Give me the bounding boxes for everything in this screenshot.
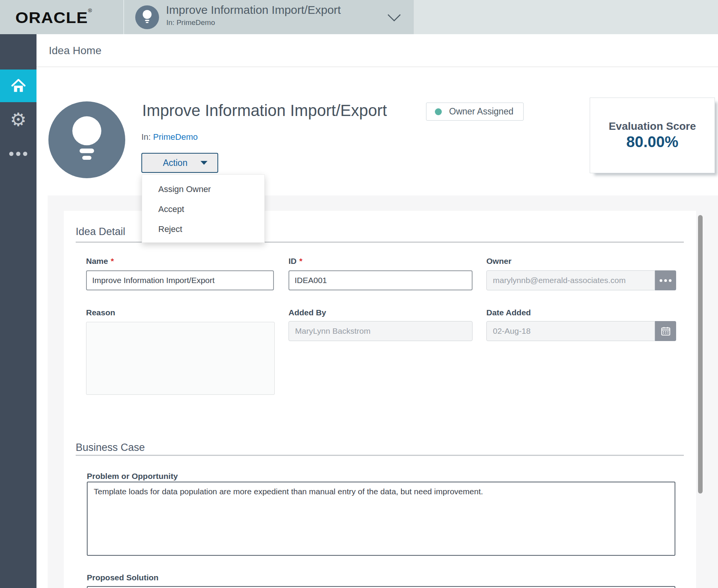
workspace-line: In: PrimeDemo (141, 132, 198, 142)
home-icon (10, 77, 27, 95)
name-field[interactable] (86, 270, 274, 290)
sidebar: ⚙ (0, 34, 36, 588)
problem-label: Problem or Opportunity (87, 472, 178, 481)
owner-label: Owner (486, 257, 511, 266)
scrollbar-thumb[interactable] (698, 215, 703, 494)
status-badge: Owner Assigned (426, 103, 524, 121)
header-context-title: Improve Information Import/Export (166, 3, 396, 19)
evaluation-score-value: 80.00% (626, 133, 678, 151)
owner-picker-button[interactable] (655, 270, 676, 290)
evaluation-score-card: Evaluation Score 80.00% (590, 98, 715, 173)
required-asterisk: * (111, 257, 114, 265)
date-added-label: Date Added (486, 308, 531, 317)
business-case-rule (76, 455, 684, 456)
header-divider (123, 0, 124, 34)
calendar-icon (660, 326, 671, 336)
oracle-logo-text: ORACLE (15, 9, 88, 26)
added-by-label: Added By (289, 308, 326, 317)
workspace-link[interactable]: PrimeDemo (153, 132, 198, 142)
problem-field[interactable]: Template loads for data population are m… (87, 482, 675, 556)
app-window: ORACLE® Improve Information Import/Expor… (0, 0, 718, 588)
status-text: Owner Assigned (449, 106, 513, 117)
reason-field[interactable] (86, 322, 275, 395)
gear-icon: ⚙ (10, 111, 27, 129)
more-dots-icon (9, 152, 13, 156)
reason-label: Reason (86, 308, 115, 317)
menu-item-assign-owner[interactable]: Assign Owner (142, 179, 264, 199)
header-workspace-name: PrimeDemo (176, 18, 215, 27)
lightbulb-icon (67, 114, 107, 169)
lightbulb-icon (141, 9, 153, 25)
in-prefix: In: (141, 132, 151, 142)
business-case-heading: Business Case (76, 442, 145, 454)
idea-title: Improve Information Import/Export (142, 101, 387, 120)
evaluation-score-label: Evaluation Score (609, 120, 696, 133)
header-context-subtitle: In: PrimeDemo (166, 18, 215, 27)
sidebar-item-settings[interactable]: ⚙ (0, 108, 36, 132)
app-header: ORACLE® Improve Information Import/Expor… (0, 0, 718, 34)
action-dropdown-menu: Assign Owner Accept Reject (142, 174, 265, 243)
action-button-label: Action (163, 158, 187, 168)
action-button[interactable]: Action (141, 153, 218, 173)
required-asterisk: * (299, 257, 302, 265)
idea-bulb-icon (135, 5, 159, 29)
idea-detail-heading: Idea Detail (76, 226, 125, 238)
proposed-solution-label: Proposed Solution (87, 573, 159, 582)
menu-item-accept[interactable]: Accept (142, 199, 264, 219)
added-by-field (289, 321, 473, 341)
page-title: Idea Home (49, 45, 101, 57)
date-added-field (486, 321, 655, 341)
proposed-solution-field[interactable] (87, 586, 675, 588)
ellipsis-icon (660, 279, 662, 282)
id-field[interactable] (289, 270, 473, 290)
status-dot-icon (435, 108, 442, 115)
header-in-prefix: In: (166, 18, 174, 27)
page-header-bar (36, 34, 718, 67)
idea-avatar (48, 101, 125, 178)
name-label: Name* (86, 257, 114, 266)
date-picker-button[interactable] (655, 321, 676, 341)
sidebar-item-home[interactable] (0, 70, 36, 102)
owner-field (486, 270, 655, 290)
oracle-logo: ORACLE® (15, 8, 92, 27)
id-label: ID* (289, 257, 302, 266)
sidebar-item-more[interactable] (0, 149, 36, 159)
chevron-down-icon[interactable] (386, 13, 402, 23)
caret-down-icon (201, 161, 207, 165)
oracle-logo-registered-mark: ® (88, 8, 92, 13)
menu-item-reject[interactable]: Reject (142, 219, 264, 239)
